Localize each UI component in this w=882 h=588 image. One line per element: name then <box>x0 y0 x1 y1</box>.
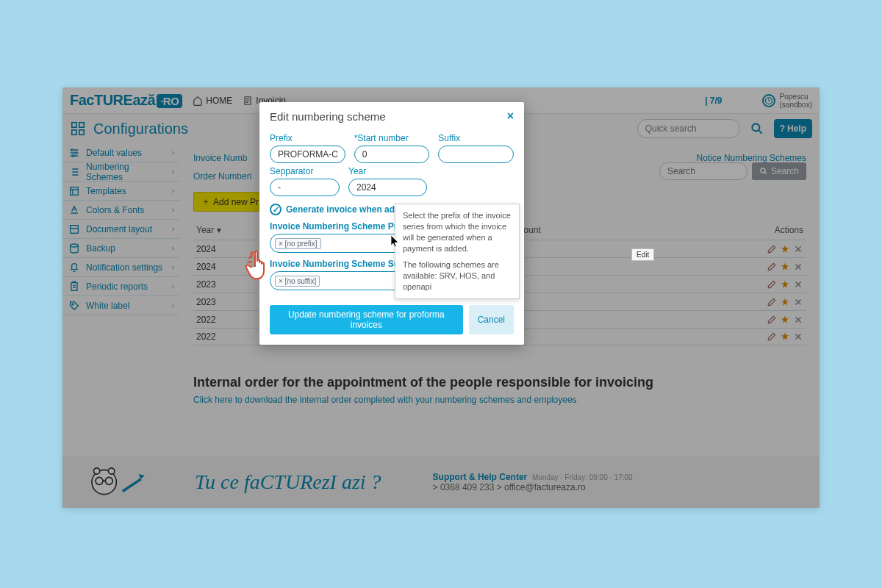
year-label: Year <box>348 166 427 176</box>
scheme-prefix-label: Invoice Numbering Scheme Prefix <box>270 221 412 232</box>
year-input[interactable] <box>348 179 427 196</box>
scheme-prefix-tooltip: Select the prefix of the invoice series … <box>395 204 520 299</box>
mouse-cursor-icon <box>390 234 401 250</box>
scheme-prefix-tag[interactable]: × [no prefix] <box>275 238 321 249</box>
prefix-input[interactable] <box>270 146 345 163</box>
generate-invoice-checkbox[interactable]: ✓ <box>270 204 282 215</box>
pointing-hand-cursor-icon <box>245 245 274 282</box>
update-button[interactable]: Update numbering scheme for proforma inv… <box>270 305 463 334</box>
suffix-label: Suffix <box>438 133 514 143</box>
scheme-suffix-label: Invoice Numbering Scheme Suffix <box>270 259 412 269</box>
modal-title: Edit numbering scheme <box>270 110 386 123</box>
edit-action-tooltip: Edit <box>631 248 654 261</box>
cancel-button[interactable]: Cancel <box>469 305 514 334</box>
modal-close-button[interactable]: × <box>507 110 514 123</box>
separator-input[interactable] <box>270 179 340 196</box>
tooltip-line1: Select the prefix of the invoice series … <box>403 210 512 254</box>
start-number-label: *Start number <box>354 133 430 143</box>
separator-label: Sepparator <box>270 166 340 176</box>
tooltip-line2: The following schemes are available: SRV… <box>403 259 512 293</box>
scheme-suffix-tag[interactable]: × [no suffix] <box>275 276 320 287</box>
prefix-label: Prefix <box>270 133 345 143</box>
start-number-input[interactable] <box>354 146 430 163</box>
suffix-input[interactable] <box>438 146 514 163</box>
